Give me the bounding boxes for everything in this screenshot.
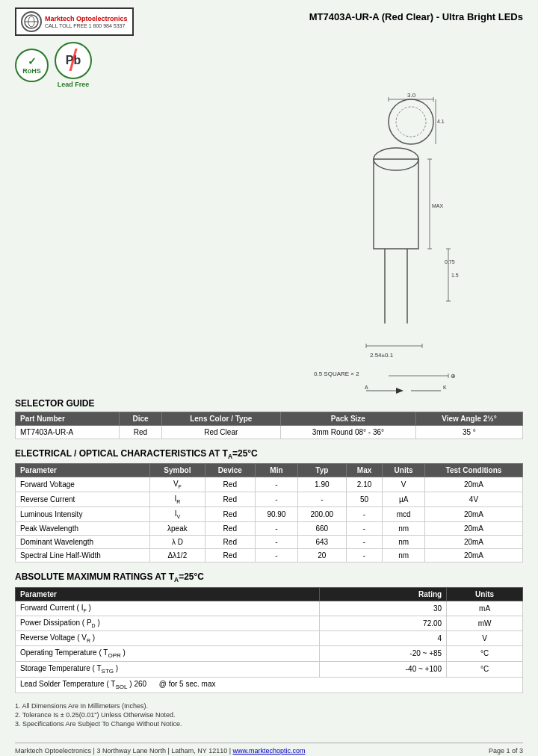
pb-cross-icon: /: [69, 46, 77, 75]
absolute-max-section: ABSOLUTE MAXIMUM RATINGS AT TA=25°C Para…: [15, 571, 523, 693]
svg-text:3.0: 3.0: [407, 92, 416, 99]
elec-cell-device: Red: [205, 477, 256, 492]
elec-row-forward-voltage: Forward Voltage VF Red - 1.90 2.10 V 20m…: [16, 477, 523, 492]
lead-free-badge: Pb /: [55, 42, 92, 79]
selector-row-1: MT7403A-UR-A Red Red Clear 3mm Round 08°…: [16, 426, 523, 439]
logo-area: Marktech Optoelectronics CALL TOLL FREE …: [15, 7, 134, 88]
svg-text:A: A: [365, 385, 368, 390]
col-lens: Lens Color / Type: [161, 412, 280, 426]
svg-text:MAX: MAX: [432, 203, 444, 208]
elec-cell-symbol: λ D: [150, 536, 205, 549]
elec-cell-typ: 1.90: [297, 477, 346, 492]
notes-section: 1. All Dimensions Are In Millimeters (In…: [15, 702, 523, 728]
abs-row-forward-current: Forward Current ( IF ) 30 mA: [16, 601, 523, 616]
elec-cell-device: Red: [205, 536, 256, 549]
company-name: Marktech Optoelectronics: [45, 15, 128, 23]
elec-cell-device: Red: [205, 492, 256, 507]
elec-col-conditions: Test Conditions: [424, 464, 522, 477]
cell-dice: Red: [120, 426, 161, 439]
footer: Marktech Optoelectronics | 3 Northway La…: [15, 743, 523, 755]
elec-cell-param: Forward Voltage: [16, 477, 150, 492]
cell-lens-type: Red Clear: [161, 426, 280, 439]
elec-cell-units: µA: [383, 492, 425, 507]
svg-rect-11: [374, 159, 418, 249]
elec-cell-units: nm: [383, 549, 425, 563]
elec-cell-max: 2.10: [346, 477, 382, 492]
abs-cell-rating: 72.00: [320, 616, 447, 630]
abs-cell-param: Operating Temperature ( TOPR ): [16, 645, 320, 661]
abs-cell-units: °C: [447, 661, 523, 677]
logo-text-area: Marktech Optoelectronics CALL TOLL FREE …: [45, 15, 128, 28]
abs-cell-rating: 4: [320, 630, 447, 645]
rohs-label: RoHS: [22, 67, 41, 75]
elec-col-parameter: Parameter: [16, 464, 150, 477]
abs-cell-units: V: [447, 630, 523, 645]
svg-point-4: [396, 107, 426, 137]
rohs-badge: ✓ RoHS: [15, 49, 49, 82]
svg-marker-33: [396, 388, 404, 394]
toll-free: CALL TOLL FREE 1 800 984 5337: [45, 23, 128, 28]
elec-cell-param: Reverse Current: [16, 492, 150, 507]
selector-table-header: Part Number Dice Lens Color / Type Pack …: [16, 412, 523, 426]
elec-cell-units: nm: [383, 536, 425, 549]
logo-icon: [21, 11, 42, 32]
selector-guide-title: SELECTOR GUIDE: [15, 398, 523, 409]
elec-cell-param: Spectral Line Half-Width: [16, 549, 150, 563]
elec-cell-min: -: [256, 477, 298, 492]
elec-cell-min: -: [256, 522, 298, 536]
elec-col-min: Min: [256, 464, 298, 477]
elec-cell-symbol: λpeak: [150, 522, 205, 536]
elec-cell-units: V: [383, 477, 425, 492]
abs-header-row: Parameter Rating Units: [16, 587, 523, 601]
elec-cell-typ: -: [297, 492, 346, 507]
main-title: MT7403A-UR-A (Red Clear) - Ultra Bright …: [309, 11, 523, 22]
elec-row-peak-wavelength: Peak Wavelength λpeak Red - 660 - nm 20m…: [16, 522, 523, 536]
elec-cell-max: -: [346, 549, 382, 563]
elec-col-max: Max: [346, 464, 382, 477]
footer-link[interactable]: www.marktechoptic.com: [233, 747, 306, 755]
elec-cell-min: -: [256, 492, 298, 507]
abs-col-units: Units: [447, 587, 523, 601]
abs-cell-lead-solder: Lead Solder Temperature ( TSOL ) 260 @ f…: [16, 677, 523, 693]
led-diagram: 3.0 4.1 MAX 1.5 0.75: [299, 84, 523, 398]
elec-cell-typ: 660: [297, 522, 346, 536]
elec-cell-max: 50: [346, 492, 382, 507]
abs-row-operating-temp: Operating Temperature ( TOPR ) -20 ~ +85…: [16, 645, 523, 661]
elec-cell-max: -: [346, 536, 382, 549]
elec-cell-min: 90.90: [256, 507, 298, 522]
electrical-header-row: Parameter Symbol Device Min Typ Max Unit…: [16, 464, 523, 477]
elec-cell-conditions: 20mA: [424, 507, 522, 522]
abs-cell-units: mW: [447, 616, 523, 630]
elec-cell-param: Dominant Wavelength: [16, 536, 150, 549]
elec-cell-conditions: 20mA: [424, 477, 522, 492]
electrical-title: ELECTRICAL / OPTICAL CHARACTERISTICS AT …: [15, 448, 523, 460]
diagram-area: 3.0 4.1 MAX 1.5 0.75: [15, 84, 523, 398]
svg-text:1.5: 1.5: [451, 273, 459, 278]
svg-text:⊕: ⊕: [451, 373, 456, 379]
abs-cell-rating: -40 ~ +100: [320, 661, 447, 677]
elec-cell-units: mcd: [383, 507, 425, 522]
badges-area: ✓ RoHS Pb / Lead Free: [15, 42, 92, 88]
abs-cell-param: Power Dissipation ( PD ): [16, 616, 320, 630]
elec-cell-conditions: 20mA: [424, 549, 522, 563]
elec-cell-device: Red: [205, 522, 256, 536]
title-area: MT7403A-UR-A (Red Clear) - Ultra Bright …: [309, 7, 523, 22]
elec-cell-device: Red: [205, 507, 256, 522]
elec-cell-param: Peak Wavelength: [16, 522, 150, 536]
abs-cell-rating: -20 ~ +85: [320, 645, 447, 661]
abs-col-parameter: Parameter: [16, 587, 320, 601]
elec-cell-conditions: 20mA: [424, 522, 522, 536]
note-3: 3. Specifications Are Subject To Change …: [15, 720, 523, 728]
elec-cell-conditions: 4V: [424, 492, 522, 507]
header: Marktech Optoelectronics CALL TOLL FREE …: [15, 7, 523, 88]
absolute-max-title: ABSOLUTE MAXIMUM RATINGS AT TA=25°C: [15, 571, 523, 583]
cell-part-number: MT7403A-UR-A: [16, 426, 120, 439]
elec-cell-typ: 200.00: [297, 507, 346, 522]
col-part-number: Part Number: [16, 412, 120, 426]
abs-row-storage-temp: Storage Temperature ( TSTG ) -40 ~ +100 …: [16, 661, 523, 677]
elec-col-units: Units: [383, 464, 425, 477]
note-2: 2. Tolerance Is ± 0.25(0.01") Unless Oth…: [15, 711, 523, 719]
cell-pack-size: 3mm Round 08° - 36°: [280, 426, 415, 439]
selector-table: Part Number Dice Lens Color / Type Pack …: [15, 412, 523, 439]
electrical-section: ELECTRICAL / OPTICAL CHARACTERISTICS AT …: [15, 448, 523, 563]
